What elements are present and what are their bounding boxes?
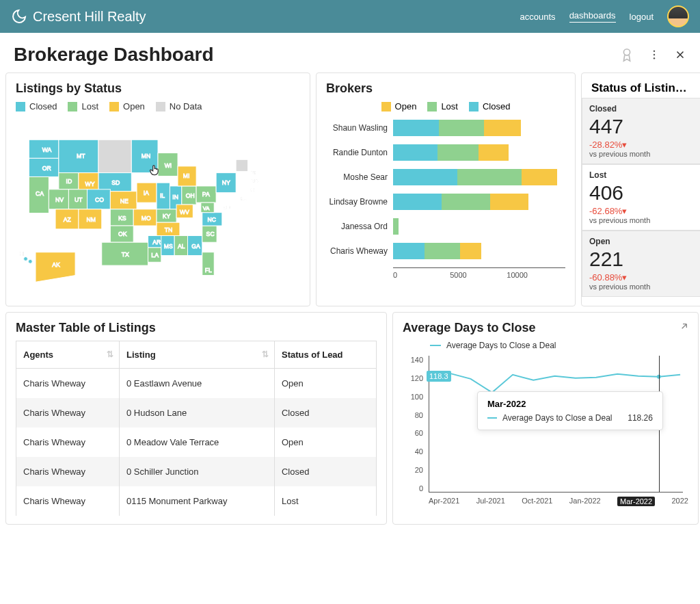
table-cell: Charis Wheway	[16, 486, 120, 516]
table-cell: Charis Wheway	[16, 428, 120, 457]
svg-text:AZ: AZ	[64, 216, 72, 223]
close-icon[interactable]	[674, 49, 686, 61]
svg-text:NJ: NJ	[241, 196, 247, 202]
nav-dashboards[interactable]: dashboards	[569, 10, 616, 23]
brokers-legend: Open Lost Closed	[326, 101, 565, 111]
stat-label: Open	[589, 237, 696, 246]
svg-text:NV: NV	[55, 196, 64, 203]
broker-row[interactable]: Randie Dunton	[326, 144, 565, 161]
svg-text:FL: FL	[205, 267, 212, 274]
stat-sub: vs previous month	[589, 150, 696, 158]
nav-accounts[interactable]: accounts	[520, 12, 556, 22]
broker-row[interactable]: Shaun Wasling	[326, 120, 565, 136]
svg-text:NH: NH	[250, 170, 258, 176]
svg-text:AL: AL	[178, 243, 185, 250]
table-row[interactable]: Charis Wheway0 Meadow Vale TerraceOpen	[16, 428, 377, 457]
svg-point-81	[24, 257, 28, 261]
status-card[interactable]: Open 221 -60.88%▾ vs previous month	[582, 231, 700, 297]
award-icon[interactable]	[619, 47, 634, 62]
broker-row[interactable]: Moshe Sear	[326, 169, 565, 185]
y-axis: 140120100806040200	[404, 356, 423, 493]
sort-icon[interactable]: ⇅	[262, 350, 269, 359]
svg-text:IA: IA	[144, 189, 149, 196]
svg-text:MI: MI	[183, 172, 190, 179]
nav-logout[interactable]: logout	[630, 12, 654, 22]
svg-text:KS: KS	[118, 215, 126, 222]
svg-text:ID: ID	[66, 178, 72, 185]
broker-row[interactable]: Lindsay Browne	[326, 194, 565, 210]
svg-text:NC: NC	[208, 216, 217, 223]
svg-point-1	[654, 51, 655, 52]
stat-delta: -62.68%▾	[589, 206, 696, 216]
line-legend: Average Days to Close a Deal	[430, 341, 688, 350]
svg-text:KY: KY	[163, 213, 171, 220]
x-tick-highlight: Mar-2022	[617, 497, 655, 506]
series-label: Average Days to Close a Deal	[446, 341, 556, 350]
svg-text:HI: HI	[19, 250, 25, 257]
status-card[interactable]: Lost 406 -62.68%▾ vs previous month	[582, 164, 700, 231]
sort-icon[interactable]: ⇅	[107, 350, 113, 359]
card-title: Status of Listin…	[582, 73, 700, 98]
broker-bar	[393, 144, 509, 161]
card-title: Brokers	[326, 81, 565, 96]
stat-value: 447	[589, 115, 696, 138]
broker-name: Janessa Ord	[326, 222, 393, 231]
card-title: Average Days to Close	[403, 321, 688, 335]
table-cell: 0 Meadow Vale Terrace	[119, 428, 274, 457]
col-agents[interactable]: Agents⇅	[16, 341, 120, 369]
svg-text:AK: AK	[52, 261, 60, 268]
stat-delta: -28.82%▾	[589, 140, 696, 150]
tooltip-value: 118.26	[628, 413, 653, 423]
svg-text:TX: TX	[122, 251, 129, 258]
broker-bar	[393, 194, 528, 210]
table-row[interactable]: Charis Wheway0 Schiller JunctionClosed	[16, 457, 377, 486]
svg-rect-84	[236, 159, 247, 171]
table-cell: Charis Wheway	[16, 457, 120, 486]
svg-text:WY: WY	[85, 181, 95, 187]
broker-row[interactable]: Janessa Ord	[326, 218, 565, 235]
app-header: Cresent Hill Realty accounts dashboards …	[0, 0, 700, 33]
svg-text:VA: VA	[203, 205, 211, 211]
svg-point-0	[623, 49, 630, 55]
table-cell: Lost	[274, 486, 376, 516]
expand-icon[interactable]	[679, 321, 690, 334]
broker-row[interactable]: Charis Wheway	[326, 243, 565, 259]
svg-text:CA: CA	[36, 190, 44, 197]
svg-text:MS: MS	[164, 243, 173, 250]
legend-nodata: No Data	[170, 101, 202, 111]
table-cell: 0 Hudson Lane	[119, 398, 274, 428]
broker-name: Moshe Sear	[326, 172, 393, 182]
svg-text:LA: LA	[151, 252, 159, 259]
table-row[interactable]: Charis Wheway0 Hudson LaneClosed	[16, 398, 377, 428]
stat-value: 406	[589, 181, 696, 205]
avatar[interactable]	[667, 5, 689, 27]
value-marker: 118.3	[427, 371, 451, 382]
card-status-summary: Status of Listin… Closed 447 -28.82%▾ vs…	[581, 73, 700, 306]
us-map[interactable]: WA OR MT ID MN SD WI WY CA NV UT CO NE I…	[16, 117, 300, 295]
svg-text:OR: OR	[42, 165, 51, 172]
svg-text:WI: WI	[165, 162, 172, 169]
svg-text:WV: WV	[180, 209, 189, 215]
broker-bar	[393, 169, 557, 185]
status-card[interactable]: Closed 447 -28.82%▾ vs previous month	[582, 98, 700, 164]
top-nav: accounts dashboards logout	[520, 5, 689, 27]
svg-text:IN: IN	[172, 194, 178, 200]
line-chart[interactable]: 140120100806040200 118.3 Mar-2022 Averag…	[423, 356, 688, 506]
col-listing[interactable]: Listing⇅	[119, 341, 274, 369]
moon-icon	[11, 8, 27, 25]
svg-text:WA: WA	[42, 146, 52, 153]
col-status[interactable]: Status of Lead	[274, 341, 376, 369]
svg-text:NY: NY	[222, 179, 230, 186]
hand-cursor-icon	[148, 163, 162, 177]
legend-open: Open	[395, 101, 417, 111]
tooltip-label: Average Days to Close a Deal	[502, 413, 612, 423]
brand-logo: Cresent Hill Realty	[11, 8, 146, 25]
svg-text:AR: AR	[152, 239, 161, 246]
table-row[interactable]: Charis Wheway0115 Monument ParkwayLost	[16, 486, 377, 516]
svg-text:NE: NE	[120, 198, 129, 205]
card-listings-by-status: Listings by Status Closed Lost Open No D…	[5, 73, 310, 306]
svg-point-2	[654, 54, 655, 55]
legend-lost: Lost	[81, 101, 98, 111]
kebab-icon[interactable]	[648, 49, 660, 61]
table-row[interactable]: Charis Wheway0 Eastlawn AvenueOpen	[16, 369, 377, 399]
